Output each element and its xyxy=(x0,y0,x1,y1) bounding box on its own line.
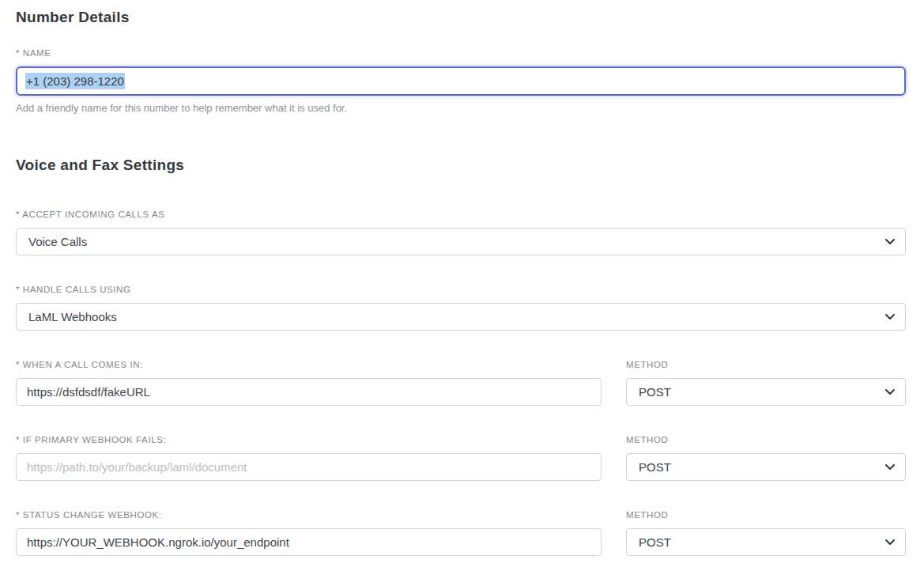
handle-calls-label: * HANDLE CALLS USING xyxy=(16,285,906,295)
when-call-comes-in-input[interactable] xyxy=(16,378,602,406)
status-change-webhook-label: * STATUS CHANGE WEBHOOK: xyxy=(16,510,602,520)
primary-webhook-fails-label: * IF PRIMARY WEBHOOK FAILS: xyxy=(16,435,602,445)
when-call-comes-in-method-select[interactable]: POST xyxy=(626,378,906,406)
accept-incoming-select[interactable]: Voice Calls xyxy=(16,228,906,255)
primary-webhook-fails-method-field: METHOD POST xyxy=(626,435,906,481)
accept-incoming-label: * ACCEPT INCOMING CALLS AS xyxy=(16,210,906,220)
section-title-voice-fax-settings: Voice and Fax Settings xyxy=(16,157,906,173)
when-call-comes-in-field: * WHEN A CALL COMES IN: xyxy=(16,360,602,406)
name-field: * NAME +1 (203) 298-1220 Add a friendly … xyxy=(16,48,906,114)
primary-webhook-fails-field: * IF PRIMARY WEBHOOK FAILS: xyxy=(16,435,602,481)
name-help-text: Add a friendly name for this number to h… xyxy=(16,102,906,114)
name-input-selected-value: +1 (203) 298-1220 xyxy=(25,73,125,89)
handle-calls-field: * HANDLE CALLS USING LaML Webhooks xyxy=(16,285,906,331)
primary-webhook-fails-input[interactable] xyxy=(16,453,602,481)
accept-incoming-field: * ACCEPT INCOMING CALLS AS Voice Calls xyxy=(16,210,906,255)
primary-webhook-fails-method-select[interactable]: POST xyxy=(626,453,906,481)
when-call-comes-in-label: * WHEN A CALL COMES IN: xyxy=(16,360,602,370)
name-label: * NAME xyxy=(16,48,906,59)
status-change-webhook-method-field: METHOD POST xyxy=(626,510,906,556)
method-label: METHOD xyxy=(626,510,906,520)
section-title-number-details: Number Details xyxy=(16,9,906,25)
number-settings-page: Number Details * NAME +1 (203) 298-1220 … xyxy=(0,0,924,571)
method-label: METHOD xyxy=(626,435,906,445)
when-call-comes-in-method-field: METHOD POST xyxy=(626,360,906,406)
primary-webhook-fails-row: * IF PRIMARY WEBHOOK FAILS: METHOD POST xyxy=(16,435,906,481)
status-change-webhook-row: * STATUS CHANGE WEBHOOK: METHOD POST xyxy=(16,510,906,556)
when-call-comes-in-row: * WHEN A CALL COMES IN: METHOD POST xyxy=(16,360,906,406)
status-change-webhook-field: * STATUS CHANGE WEBHOOK: xyxy=(16,510,602,556)
method-label: METHOD xyxy=(626,360,906,370)
status-change-webhook-input[interactable] xyxy=(16,528,602,556)
name-input[interactable]: +1 (203) 298-1220 xyxy=(16,66,906,96)
status-change-webhook-method-select[interactable]: POST xyxy=(626,528,906,556)
handle-calls-select[interactable]: LaML Webhooks xyxy=(16,303,906,331)
